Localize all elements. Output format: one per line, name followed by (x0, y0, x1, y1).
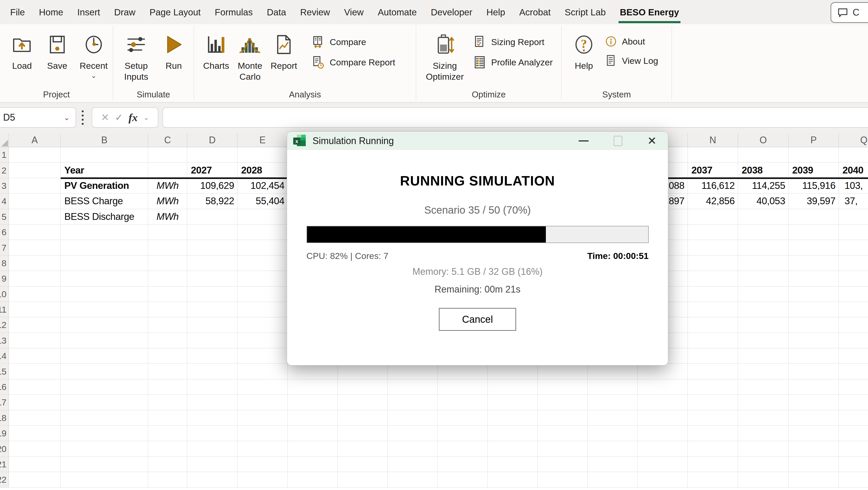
grid-cell-D11[interactable] (187, 302, 238, 317)
grid-cell-K20[interactable] (538, 441, 588, 456)
grid-cell-C11[interactable] (148, 302, 187, 317)
grid-cell-N12[interactable] (688, 317, 738, 333)
grid-cell-B3[interactable]: PV Generation (61, 178, 148, 193)
grid-cell-D10[interactable] (187, 286, 238, 302)
grid-cell-K15[interactable] (538, 364, 588, 379)
row-header-1[interactable]: 1 (0, 147, 9, 162)
grid-cell-C22[interactable] (148, 472, 187, 487)
grid-cell-C8[interactable] (148, 255, 187, 271)
monte-carlo-button[interactable]: Monte Carlo (232, 31, 268, 82)
grid-cell-Q3[interactable]: 103, (839, 178, 868, 193)
column-header-A[interactable]: A (9, 133, 61, 147)
view-log-button[interactable]: View Log (605, 55, 658, 67)
grid-cell-O16[interactable] (738, 379, 788, 395)
grid-cell-H18[interactable] (388, 410, 438, 426)
grid-cell-C5[interactable]: MWh (148, 209, 187, 224)
grid-cell-N15[interactable] (688, 364, 738, 379)
grid-cell-D16[interactable] (187, 379, 238, 395)
row-header-13[interactable]: 13 (0, 333, 9, 348)
grid-cell-E3[interactable]: 102,454 (238, 178, 288, 193)
grid-cell-Q9[interactable] (839, 271, 868, 286)
grid-cell-D4[interactable]: 58,922 (187, 193, 238, 209)
grid-cell-F21[interactable] (288, 457, 338, 472)
grid-cell-G20[interactable] (338, 441, 388, 456)
grid-cell-G22[interactable] (338, 472, 388, 487)
grid-cell-B7[interactable] (61, 240, 148, 255)
row-header-14[interactable]: 14 (0, 348, 9, 364)
grid-cell-N20[interactable] (688, 441, 738, 456)
grid-cell-G16[interactable] (338, 379, 388, 395)
grid-cell-D3[interactable]: 109,629 (187, 178, 238, 193)
grid-cell-N4[interactable]: 42,856 (688, 193, 738, 209)
column-header-P[interactable]: P (788, 133, 839, 147)
grid-cell-I21[interactable] (438, 457, 488, 472)
grid-cell-N2[interactable]: 2037 (688, 162, 738, 178)
grid-cell-D5[interactable] (187, 209, 238, 224)
grid-cell-N16[interactable] (688, 379, 738, 395)
grid-cell-J22[interactable] (488, 472, 538, 487)
grid-cell-A3[interactable] (9, 178, 61, 193)
grid-cell-H19[interactable] (388, 426, 438, 441)
column-header-Q[interactable]: Q (839, 133, 868, 147)
grid-cell-E15[interactable] (238, 364, 288, 379)
grid-cell-A18[interactable] (9, 410, 61, 426)
grid-cell-C18[interactable] (148, 410, 187, 426)
grid-cell-C20[interactable] (148, 441, 187, 456)
row-header-3[interactable]: 3 (0, 178, 9, 193)
grid-cell-B11[interactable] (61, 302, 148, 317)
grid-cell-C17[interactable] (148, 395, 187, 410)
grid-cell-Q6[interactable] (839, 224, 868, 240)
grid-cell-D15[interactable] (187, 364, 238, 379)
column-header-C[interactable]: C (148, 133, 187, 147)
grid-cell-O22[interactable] (738, 472, 788, 487)
grid-cell-B20[interactable] (61, 441, 148, 456)
grid-cell-L22[interactable] (588, 472, 638, 487)
menu-item-acrobat[interactable]: Acrobat (512, 0, 558, 24)
help-button[interactable]: ? Help (568, 31, 599, 71)
grid-cell-D21[interactable] (187, 457, 238, 472)
maximize-button[interactable] (614, 136, 622, 146)
grid-cell-K17[interactable] (538, 395, 588, 410)
grid-cell-M16[interactable] (638, 379, 688, 395)
grid-cell-L21[interactable] (588, 457, 638, 472)
grid-cell-A16[interactable] (9, 379, 61, 395)
row-header-4[interactable]: 4 (0, 193, 9, 209)
grid-cell-M21[interactable] (638, 457, 688, 472)
grid-cell-P10[interactable] (788, 286, 839, 302)
grid-cell-O4[interactable]: 40,053 (738, 193, 788, 209)
grid-cell-P9[interactable] (788, 271, 839, 286)
grid-cell-F19[interactable] (288, 426, 338, 441)
grid-cell-M18[interactable] (638, 410, 688, 426)
grid-cell-G17[interactable] (338, 395, 388, 410)
grid-cell-E9[interactable] (238, 271, 288, 286)
grid-cell-Q5[interactable] (839, 209, 868, 224)
grid-cell-O1[interactable] (738, 147, 788, 162)
grid-cell-A5[interactable] (9, 209, 61, 224)
grid-cell-G15[interactable] (338, 364, 388, 379)
grid-cell-C1[interactable] (148, 147, 187, 162)
grid-cell-D9[interactable] (187, 271, 238, 286)
grid-cell-K19[interactable] (538, 426, 588, 441)
grid-cell-P20[interactable] (788, 441, 839, 456)
grid-cell-D14[interactable] (187, 348, 238, 364)
grid-cell-E4[interactable]: 55,404 (238, 193, 288, 209)
grid-cell-B14[interactable] (61, 348, 148, 364)
insert-function-icon[interactable]: fx (129, 111, 138, 124)
grid-cell-E8[interactable] (238, 255, 288, 271)
grid-cell-H17[interactable] (388, 395, 438, 410)
row-header-11[interactable]: 11 (0, 302, 9, 317)
row-header-6[interactable]: 6 (0, 224, 9, 240)
grid-cell-L18[interactable] (588, 410, 638, 426)
cancel-button[interactable]: Cancel (439, 308, 516, 331)
grid-cell-Q4[interactable]: 37, (839, 193, 868, 209)
grid-cell-E1[interactable] (238, 147, 288, 162)
grid-cell-B6[interactable] (61, 224, 148, 240)
grid-cell-H21[interactable] (388, 457, 438, 472)
grid-cell-I22[interactable] (438, 472, 488, 487)
grid-cell-B1[interactable] (61, 147, 148, 162)
grid-cell-B21[interactable] (61, 457, 148, 472)
grid-cell-C4[interactable]: MWh (148, 193, 187, 209)
grid-cell-D17[interactable] (187, 395, 238, 410)
minimize-button[interactable] (579, 141, 589, 142)
grid-cell-D18[interactable] (187, 410, 238, 426)
